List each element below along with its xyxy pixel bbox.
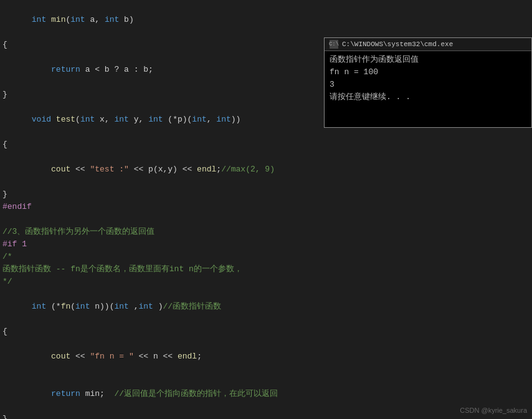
code-line-18: cout << "fn n = " << n << endl; (0, 338, 324, 375)
code-line-4: } (0, 89, 324, 101)
right-panel: C:\ C:\WINDOWS\system32\cmd.exe 函数指针作为函数… (324, 0, 532, 419)
code-line-20: } (0, 413, 324, 419)
cmd-line-3: 3 (330, 79, 526, 91)
code-line-14: 函数指针函数 -- fn是个函数名，函数里面有int n的一个参数， (0, 263, 324, 276)
cmd-line-1: 函数指针作为函数返回值 (330, 54, 526, 66)
code-line-19: return min; //返回值是个指向函数的指针，在此可以返回 (0, 375, 324, 413)
code-line-6: { (0, 138, 324, 151)
cmd-title: C:\WINDOWS\system32\cmd.exe (342, 41, 453, 48)
code-editor[interactable]: int min(int a, int b) { return a < b ? a… (0, 0, 324, 419)
code-line-13: /* (0, 251, 324, 263)
code-line-16: int (*fn(int n))(int ,int )//函数指针函数 (0, 288, 324, 325)
cmd-icon: C:\ (330, 40, 338, 49)
code-line-2: { (0, 39, 324, 51)
cmd-content: 函数指针作为函数返回值 fn n = 100 3 请按任意键继续. . . (325, 51, 531, 125)
code-line-1: int min(int a, int b) (0, 1, 324, 39)
code-line-15: */ (0, 276, 324, 288)
cmd-line-4: 请按任意键继续. . . (330, 91, 526, 104)
watermark: CSDN @kyrie_sakura (460, 407, 527, 414)
code-line-7: cout << "test :" << p(x,y) << endl;//max… (0, 151, 324, 188)
code-line-9: #endif (0, 201, 324, 213)
code-line-10 (0, 213, 324, 226)
code-line-3: return a < b ? a : b; (0, 51, 324, 89)
cmd-line-2: fn n = 100 (330, 66, 526, 79)
code-line-5: void test(int x, int y, int (*p)(int, in… (0, 101, 324, 138)
cmd-window[interactable]: C:\ C:\WINDOWS\system32\cmd.exe 函数指针作为函数… (324, 37, 532, 128)
code-line-11: //3、函数指针作为另外一个函数的返回值 (0, 226, 324, 238)
code-line-17: { (0, 325, 324, 338)
code-line-8: } (0, 188, 324, 201)
code-line-12: #if 1 (0, 238, 324, 251)
cmd-titlebar: C:\ C:\WINDOWS\system32\cmd.exe (325, 38, 531, 51)
